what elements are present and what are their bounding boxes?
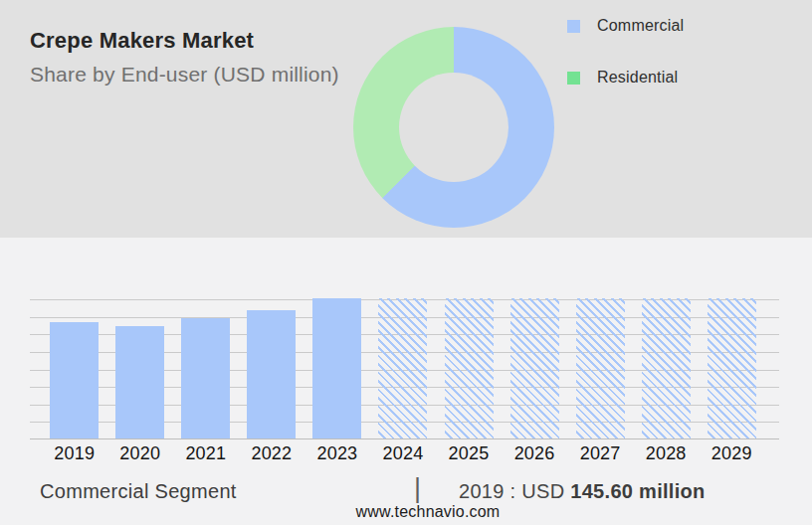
- bar-2023: [312, 298, 361, 438]
- bar-2027: [576, 298, 625, 438]
- separator: |: [414, 473, 421, 504]
- x-axis-label-2028: 2028: [633, 443, 699, 464]
- x-axis-label-2023: 2023: [304, 443, 370, 464]
- residential-swatch: [567, 72, 580, 85]
- legend-label-commercial: Commercial: [597, 17, 684, 35]
- x-axis-label-2021: 2021: [173, 443, 239, 464]
- infographic-page: Crepe Makers Market Share by End-user (U…: [0, 0, 812, 525]
- stat-prefix: 2019 : USD: [459, 480, 564, 502]
- bar-2029: [708, 298, 756, 438]
- bar-2020: [115, 326, 164, 438]
- bar-plot: [30, 299, 779, 439]
- stat-value: 145.60 million: [570, 480, 705, 502]
- bottom-panel: 2019202020212022202320242025202620272028…: [0, 238, 812, 525]
- bar-2019: [50, 322, 99, 438]
- donut-hole: [399, 73, 508, 182]
- segment-label: Commercial Segment: [40, 480, 237, 503]
- bar-2028: [642, 298, 691, 438]
- bar-2022: [247, 310, 296, 438]
- x-axis-labels: 2019202020212022202320242025202620272028…: [30, 443, 779, 465]
- bar-2026: [510, 298, 559, 438]
- x-axis-label-2029: 2029: [699, 443, 764, 464]
- x-axis-label-2019: 2019: [42, 443, 107, 464]
- donut-chart: [353, 27, 554, 228]
- legend-item-commercial: Commercial: [567, 19, 684, 33]
- x-axis-label-2027: 2027: [567, 443, 633, 464]
- title-block: Crepe Makers Market Share by End-user (U…: [30, 28, 339, 87]
- x-axis-label-2025: 2025: [436, 443, 502, 464]
- stat-text: 2019 : USD 145.60 million: [459, 480, 706, 503]
- bar-2024: [378, 298, 427, 438]
- x-axis-label-2024: 2024: [370, 443, 436, 464]
- bar-2021: [181, 318, 230, 438]
- legend: Commercial Residential: [567, 19, 684, 122]
- legend-item-residential: Residential: [567, 71, 684, 85]
- website-url: www.technavio.com: [22, 503, 812, 521]
- x-axis-label-2022: 2022: [239, 443, 304, 464]
- top-panel: Crepe Makers Market Share by End-user (U…: [0, 0, 812, 238]
- commercial-swatch: [567, 20, 580, 33]
- page-subtitle: Share by End-user (USD million): [30, 63, 339, 87]
- page-title: Crepe Makers Market: [30, 28, 339, 54]
- x-axis-label-2026: 2026: [502, 443, 567, 464]
- bar-2025: [445, 298, 494, 438]
- x-axis-label-2020: 2020: [107, 443, 173, 464]
- legend-label-residential: Residential: [597, 69, 678, 87]
